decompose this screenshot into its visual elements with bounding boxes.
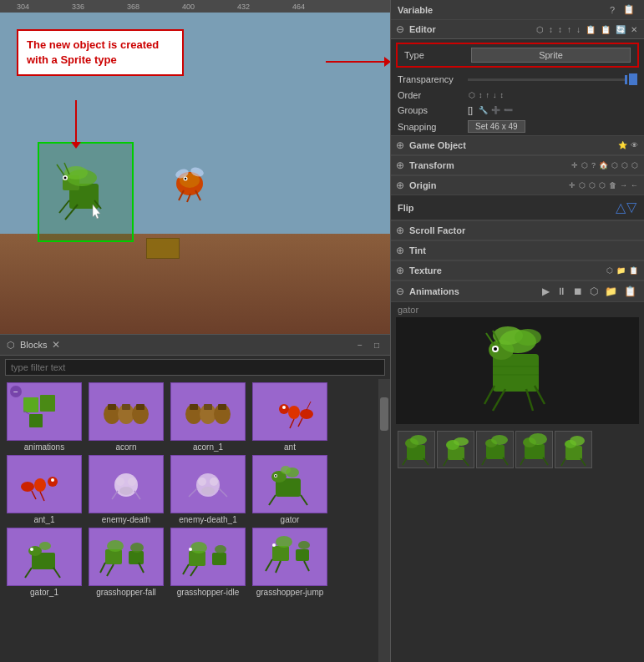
order-icon-2[interactable]: ↕ bbox=[478, 90, 484, 100]
block-thumb-grasshopper-fall bbox=[89, 528, 164, 586]
origin-icon-7[interactable]: ← bbox=[630, 180, 639, 190]
transparency-bar[interactable] bbox=[629, 73, 637, 85]
origin-icon-1[interactable]: ✛ bbox=[568, 180, 576, 190]
groups-icon-2[interactable]: ➕ bbox=[490, 105, 501, 115]
block-item-gator[interactable]: gator bbox=[252, 455, 327, 524]
block-item-grasshopper-jump[interactable]: grasshopper-jump bbox=[252, 528, 327, 597]
editor-icon-1[interactable]: ⬡ bbox=[535, 24, 545, 35]
transform-icon-5[interactable]: ⬡ bbox=[611, 160, 619, 170]
block-item-acorn1[interactable]: acorn_1 bbox=[170, 382, 246, 452]
blocks-grid: − animations bbox=[0, 379, 378, 662]
groups-icon-3[interactable]: ➖ bbox=[503, 105, 514, 115]
groups-icon-1[interactable]: 🔧 bbox=[478, 105, 489, 115]
editor-icon-7[interactable]: 📋 bbox=[599, 24, 612, 35]
order-icon-5[interactable]: ↕ bbox=[499, 90, 505, 100]
origin-icon-5[interactable]: 🗑 bbox=[608, 180, 617, 190]
game-object-icon-1[interactable]: ⭐ bbox=[617, 140, 628, 150]
transform-icon-6[interactable]: ⬡ bbox=[621, 160, 629, 170]
sprite-preview bbox=[39, 144, 132, 240]
transform-icon-3[interactable]: ? bbox=[591, 160, 596, 170]
editor-icon-4[interactable]: ↑ bbox=[565, 24, 573, 35]
game-object-toggle[interactable]: ⊕ bbox=[396, 139, 404, 151]
origin-icon-3[interactable]: ⬡ bbox=[588, 180, 596, 190]
svg-rect-34 bbox=[204, 404, 212, 410]
callout-arrow-right bbox=[326, 61, 384, 63]
gh-fall-svg bbox=[97, 534, 155, 580]
variable-icon-1[interactable]: ? bbox=[607, 3, 617, 16]
blocks-scrollbar[interactable] bbox=[378, 379, 390, 662]
editor-icon-3[interactable]: ↕ bbox=[556, 24, 564, 35]
anim-pause-btn[interactable]: ⏸ bbox=[554, 285, 569, 298]
snapping-button[interactable]: Set 46 x 49 bbox=[468, 120, 525, 133]
anim-play-btn[interactable]: ▶ bbox=[540, 285, 552, 298]
block-item-grasshopper-idle[interactable]: grasshopper-idle bbox=[170, 528, 246, 597]
editor-icon-9[interactable]: ✕ bbox=[629, 24, 639, 35]
origin-icon-6[interactable]: → bbox=[619, 180, 628, 190]
minimize-button[interactable]: − bbox=[353, 338, 367, 351]
transform-icon-4[interactable]: 🏠 bbox=[598, 160, 609, 170]
editor-icon-8[interactable]: 🔄 bbox=[614, 24, 627, 35]
order-label: Order bbox=[398, 90, 464, 100]
scroll-factor-toggle[interactable]: ⊕ bbox=[396, 225, 404, 236]
order-icon-1[interactable]: ⬡ bbox=[468, 90, 476, 100]
order-icon-3[interactable]: ↑ bbox=[485, 90, 491, 100]
anim-icon-1[interactable]: ⬡ bbox=[587, 285, 601, 298]
svg-point-17 bbox=[185, 178, 186, 179]
origin-label: Origin bbox=[409, 180, 565, 190]
texture-toggle[interactable]: ⊕ bbox=[396, 265, 404, 276]
block-item-grasshopper-fall[interactable]: grasshopper-fall bbox=[89, 528, 164, 597]
anim-frame-2[interactable] bbox=[437, 431, 474, 468]
block-label-acorn: acorn bbox=[115, 442, 136, 452]
transform-toggle[interactable]: ⊕ bbox=[396, 159, 404, 171]
origin-icon-4[interactable]: ⬡ bbox=[598, 180, 606, 190]
animations-header: ⊖ Animations ▶ ⏸ ⏹ ⬡ 📁 📋 bbox=[391, 280, 644, 302]
transform-icon-7[interactable]: ⬡ bbox=[631, 160, 639, 170]
svg-line-110 bbox=[526, 389, 533, 411]
anim-icon-2[interactable]: 📁 bbox=[602, 285, 620, 298]
block-thumb-ant bbox=[252, 382, 327, 441]
blocks-icon: ⬡ bbox=[7, 340, 15, 351]
anim-frame-4[interactable] bbox=[515, 431, 553, 468]
editor-icon-2[interactable]: ↕ bbox=[547, 24, 555, 35]
filter-input[interactable] bbox=[5, 359, 385, 376]
origin-toggle[interactable]: ⊕ bbox=[396, 179, 404, 191]
editor-collapse-icon[interactable]: ⊖ bbox=[396, 23, 404, 35]
anim-frame-5[interactable] bbox=[555, 431, 592, 468]
game-object-icon-2[interactable]: 👁 bbox=[630, 140, 639, 150]
blocks-close-icon[interactable]: ✕ bbox=[52, 339, 60, 351]
anim-icon-3[interactable]: 📋 bbox=[621, 285, 639, 298]
svg-line-79 bbox=[107, 564, 114, 576]
anim-stop-btn[interactable]: ⏹ bbox=[570, 285, 586, 298]
block-item-animations[interactable]: − animations bbox=[7, 382, 82, 452]
order-icon-4[interactable]: ↓ bbox=[492, 90, 498, 100]
variable-icon-2[interactable]: 📋 bbox=[621, 3, 637, 16]
groups-label: Groups bbox=[398, 105, 464, 115]
transform-section: ⊕ Transform ✛ ⬡ ? 🏠 ⬡ ⬡ ⬡ bbox=[391, 155, 644, 175]
origin-icon-2[interactable]: ⬡ bbox=[578, 180, 586, 190]
block-item-acorn[interactable]: acorn bbox=[89, 382, 164, 452]
flip-label: Flip bbox=[398, 203, 612, 213]
block-item-gator1[interactable]: gator_1 bbox=[7, 528, 82, 597]
block-item-enemy-death1[interactable]: enemy-death_1 bbox=[170, 455, 246, 524]
anim-frame-1[interactable] bbox=[398, 431, 435, 468]
scroll-thumb[interactable] bbox=[380, 397, 388, 431]
block-item-ant[interactable]: ant bbox=[252, 382, 327, 452]
block-minus-icon[interactable]: − bbox=[10, 386, 22, 397]
tint-toggle[interactable]: ⊕ bbox=[396, 245, 404, 256]
editor-icon-6[interactable]: 📋 bbox=[584, 24, 597, 35]
texture-icon-2[interactable]: 📁 bbox=[616, 265, 626, 275]
flip-v-icon[interactable]: ▷ bbox=[625, 203, 641, 213]
texture-icon-3[interactable]: 📋 bbox=[628, 265, 639, 275]
editor-icon-5[interactable]: ↓ bbox=[575, 24, 582, 35]
block-item-enemy-death[interactable]: enemy-death bbox=[89, 455, 164, 524]
block-item-ant1[interactable]: ant_1 bbox=[7, 455, 82, 524]
variable-section: Variable ? 📋 bbox=[391, 0, 644, 20]
anim-frame-3[interactable] bbox=[476, 431, 514, 468]
transform-icon-1[interactable]: ✛ bbox=[570, 160, 579, 170]
animations-toggle[interactable]: ⊖ bbox=[396, 286, 404, 297]
texture-icon-1[interactable]: ⬡ bbox=[606, 265, 614, 275]
maximize-button[interactable]: □ bbox=[370, 338, 383, 351]
block-label-ant: ant bbox=[284, 442, 296, 452]
transform-icon-2[interactable]: ⬡ bbox=[581, 160, 589, 170]
snapping-label: Snapping bbox=[398, 122, 464, 132]
